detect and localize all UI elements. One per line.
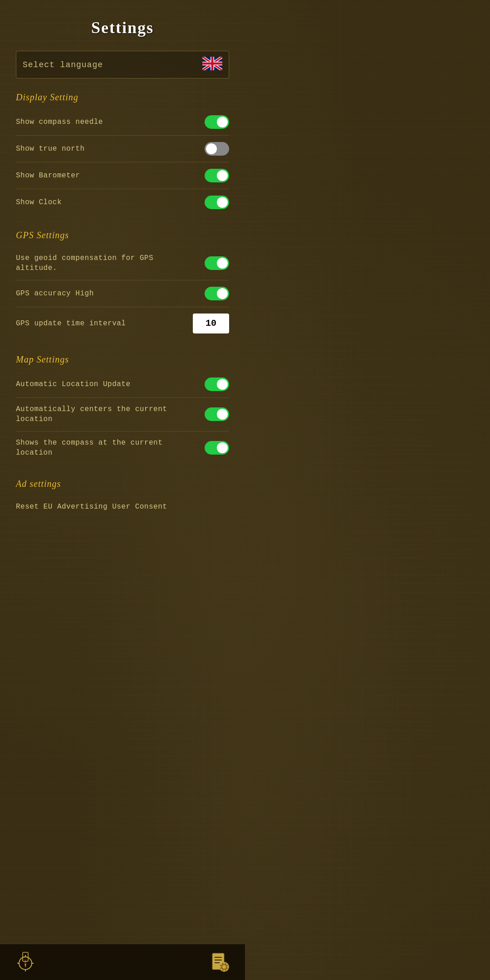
setting-label-show-barometer: Show Barometer <box>16 171 205 181</box>
setting-row-show-clock: Show Clock <box>16 189 229 216</box>
setting-label-gps-interval: GPS update time interval <box>16 318 193 328</box>
input-gps-interval[interactable] <box>193 314 229 333</box>
section-heading-gps: GPS Settings <box>16 230 229 240</box>
section-display: Display SettingShow compass needleShow t… <box>16 92 229 216</box>
toggle-auto-center[interactable] <box>205 407 229 421</box>
setting-row-show-compass-needle: Show compass needle <box>16 109 229 136</box>
toggle-show-clock[interactable] <box>205 196 229 209</box>
setting-label-show-compass-needle: Show compass needle <box>16 117 205 127</box>
toggle-show-true-north[interactable] <box>205 142 229 156</box>
setting-row-show-true-north: Show true north <box>16 136 229 162</box>
section-heading-ad: Ad settings <box>16 479 229 489</box>
setting-row-gps-interval: GPS update time interval <box>16 307 229 340</box>
toggle-auto-location[interactable] <box>205 377 229 391</box>
language-selector[interactable]: Select language <box>16 51 229 78</box>
section-gps: GPS SettingsUse geoid compensation for G… <box>16 230 229 340</box>
setting-row-gps-accuracy: GPS accuracy High <box>16 280 229 307</box>
setting-label-show-true-north: Show true north <box>16 144 205 154</box>
setting-row-geoid-compensation: Use geoid compensation for GPS altitude. <box>16 247 229 280</box>
setting-row-auto-center: Automatically centers the current locati… <box>16 398 229 431</box>
setting-label-auto-center: Automatically centers the current locati… <box>16 404 205 425</box>
toggle-compass-location[interactable] <box>205 441 229 455</box>
setting-row-show-barometer: Show Barometer <box>16 162 229 189</box>
toggle-show-barometer[interactable] <box>205 169 229 182</box>
toggle-gps-accuracy[interactable] <box>205 287 229 300</box>
setting-label-auto-location: Automatic Location Update <box>16 379 205 389</box>
uk-flag-icon <box>202 57 222 73</box>
svg-rect-8 <box>202 63 222 65</box>
setting-label-geoid-compensation: Use geoid compensation for GPS altitude. <box>16 253 205 274</box>
section-map: Map SettingsAutomatic Location UpdateAut… <box>16 354 229 465</box>
toggle-geoid-compensation[interactable] <box>205 256 229 270</box>
section-heading-display: Display Setting <box>16 92 229 103</box>
section-heading-map: Map Settings <box>16 354 229 365</box>
setting-label-gps-accuracy: GPS accuracy High <box>16 289 205 299</box>
setting-row-reset-consent: Reset EU Advertising User Consent <box>16 495 229 518</box>
section-ad: Ad settingsReset EU Advertising User Con… <box>16 479 229 518</box>
setting-row-auto-location: Automatic Location Update <box>16 371 229 398</box>
settings-container: Display SettingShow compass needleShow t… <box>16 92 229 522</box>
page-title: Settings <box>16 18 229 37</box>
setting-label-compass-location: Shows the compass at the current locatio… <box>16 438 205 458</box>
setting-row-compass-location: Shows the compass at the current locatio… <box>16 431 229 465</box>
setting-label-show-clock: Show Clock <box>16 197 205 207</box>
setting-label-reset-consent: Reset EU Advertising User Consent <box>16 502 229 512</box>
toggle-show-compass-needle[interactable] <box>205 115 229 129</box>
language-label: Select language <box>23 60 103 69</box>
